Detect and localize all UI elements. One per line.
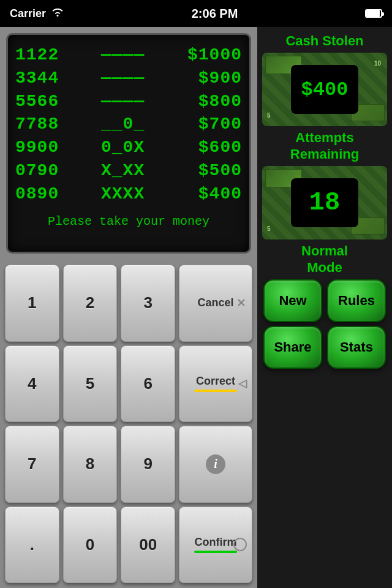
- rules-button[interactable]: Rules: [327, 279, 386, 322]
- display-row-code: 7788: [15, 113, 59, 136]
- display-row-amount: $800: [187, 90, 242, 113]
- stats-button-label: Stats: [340, 339, 373, 355]
- confirm-circle: [233, 538, 247, 551]
- left-panel: 1122————$10003344————$9005566————$800778…: [0, 27, 257, 588]
- status-bar: Carrier 2:06 PM: [0, 0, 392, 27]
- num-key-7[interactable]: 7: [5, 426, 59, 503]
- display-row-amount: $600: [187, 136, 242, 159]
- num-key-5[interactable]: 5: [63, 345, 118, 423]
- confirm-button[interactable]: Confirm: [179, 507, 252, 584]
- num-key-4[interactable]: 4: [5, 345, 59, 423]
- display-row-dashes: ————: [92, 43, 154, 67]
- display-row-amount: $400: [187, 183, 242, 206]
- new-button-label: New: [279, 293, 306, 309]
- attempts-value-box: 18: [291, 178, 358, 227]
- bottom-button-row: Share Stats: [263, 326, 386, 369]
- attempts-display: 5 18: [262, 166, 387, 239]
- info-button[interactable]: i: [179, 426, 252, 503]
- right-panel: Cash Stolen 10 5 $400 AttemptsRemaining …: [257, 27, 392, 588]
- display-row: 1122————$1000: [15, 43, 242, 67]
- number-keys: 123456789.000: [5, 265, 175, 583]
- cash-stolen-value-box: $400: [291, 65, 358, 114]
- display-row-amount: $500: [187, 159, 242, 183]
- display-lines: 1122————$10003344————$9005566————$800778…: [15, 43, 242, 206]
- battery-icon: [365, 9, 382, 18]
- cash-stolen-title: Cash Stolen: [285, 33, 363, 49]
- carrier-label: Carrier: [10, 7, 46, 20]
- cash-stolen-display: 10 5 $400: [262, 53, 387, 126]
- display-row: 0790X_XX$500: [15, 159, 242, 183]
- num-key-0[interactable]: 0: [63, 507, 118, 584]
- num-key-00[interactable]: 00: [121, 507, 175, 584]
- num-key-9[interactable]: 9: [121, 426, 175, 503]
- main-layout: 1122————$10003344————$9005566————$800778…: [0, 27, 392, 588]
- mode-text: NormalMode: [301, 243, 348, 276]
- attempts-title: AttemptsRemaining: [290, 130, 359, 162]
- num-key-2[interactable]: 2: [63, 265, 118, 342]
- display-row-dashes: 0_0X: [92, 136, 154, 159]
- cash-stolen-value: $400: [301, 78, 349, 101]
- share-button[interactable]: Share: [263, 326, 322, 369]
- time-label: 2:06 PM: [192, 7, 238, 21]
- display-row-amount: $1000: [187, 43, 242, 67]
- display-row: 7788__0_$700: [15, 113, 242, 136]
- action-keys: Cancel Correct i Confirm: [179, 265, 252, 583]
- share-button-label: Share: [274, 339, 311, 355]
- num-key-1[interactable]: 1: [5, 265, 59, 342]
- info-icon: i: [206, 454, 225, 474]
- display-row-amount: $900: [187, 67, 242, 90]
- display-row-amount: $700: [187, 113, 242, 136]
- attempts-value: 18: [309, 188, 340, 217]
- display-row-dashes: ————: [92, 90, 154, 113]
- num-key-3[interactable]: 3: [121, 265, 175, 342]
- keypad: 123456789.000 Cancel Correct i Confirm: [0, 260, 257, 588]
- top-button-row: New Rules: [263, 279, 386, 322]
- display-row-code: 0890: [15, 183, 59, 206]
- display-row-dashes: XXXX: [92, 183, 154, 206]
- display-row-code: 9900: [15, 136, 59, 159]
- new-button[interactable]: New: [263, 279, 322, 322]
- num-key-8[interactable]: 8: [63, 426, 118, 503]
- atm-display: 1122————$10003344————$9005566————$800778…: [6, 33, 251, 254]
- rules-button-label: Rules: [338, 293, 375, 309]
- display-row-code: 3344: [15, 67, 59, 90]
- display-row-dashes: __0_: [92, 113, 154, 136]
- display-row: 0890XXXX$400: [15, 183, 242, 206]
- display-row-dashes: X_XX: [92, 159, 154, 183]
- display-row-dashes: ————: [92, 67, 154, 90]
- wifi-icon: [51, 7, 64, 20]
- display-row-code: 1122: [15, 43, 59, 67]
- num-key-6[interactable]: 6: [121, 345, 175, 423]
- display-row-code: 5566: [15, 90, 59, 113]
- correct-button[interactable]: Correct: [179, 345, 252, 423]
- num-key-dot[interactable]: .: [5, 507, 59, 584]
- cancel-button[interactable]: Cancel: [179, 265, 252, 342]
- display-message: Please take your money: [15, 214, 242, 228]
- display-row: 5566————$800: [15, 90, 242, 113]
- stats-button[interactable]: Stats: [327, 326, 386, 369]
- confirm-underline: [194, 551, 238, 553]
- display-row-code: 0790: [15, 159, 59, 183]
- correct-underline: [194, 390, 238, 392]
- display-row: 99000_0X$600: [15, 136, 242, 159]
- display-row: 3344————$900: [15, 67, 242, 90]
